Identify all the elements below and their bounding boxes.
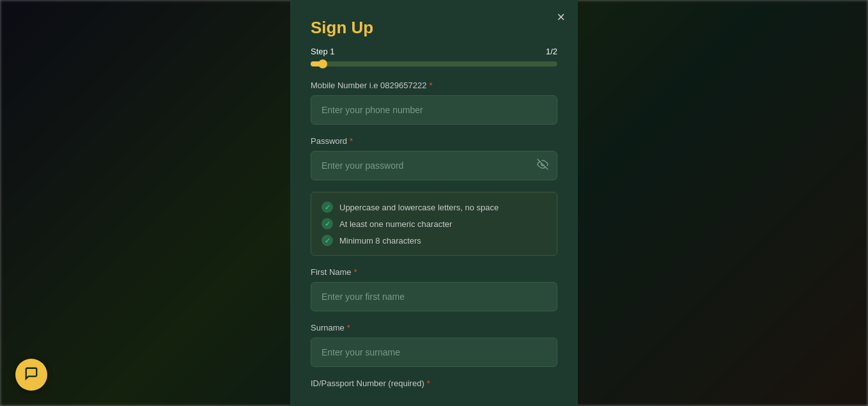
mobile-label: Mobile Number i.e 0829657222 * xyxy=(311,81,557,90)
rule-check-2: ✓ xyxy=(322,218,333,230)
rule-item-3: ✓ Minimum 8 characters xyxy=(322,235,546,246)
chat-fab-icon xyxy=(24,366,38,384)
surname-label: Surname * xyxy=(311,323,557,332)
step-row: Step 1 1/2 xyxy=(311,47,557,56)
mobile-input[interactable] xyxy=(311,95,557,125)
step-label: Step 1 xyxy=(311,47,335,56)
toggle-password-icon[interactable] xyxy=(537,159,548,173)
modal-backdrop: × Sign Up Step 1 1/2 Mobile Number i.e 0… xyxy=(0,0,868,406)
mobile-field-group: Mobile Number i.e 0829657222 * xyxy=(311,81,557,125)
signup-modal: × Sign Up Step 1 1/2 Mobile Number i.e 0… xyxy=(290,0,578,406)
rule-item-1: ✓ Uppercase and lowercase letters, no sp… xyxy=(322,201,546,213)
rule-text-3: Minimum 8 characters xyxy=(339,236,421,246)
firstname-input[interactable] xyxy=(311,282,557,311)
firstname-required-star: * xyxy=(354,267,357,277)
chat-fab-button[interactable] xyxy=(15,359,47,391)
password-input-wrapper xyxy=(311,151,557,180)
password-field-group: Password * xyxy=(311,136,557,180)
progress-bar-track xyxy=(311,61,557,66)
id-required-star: * xyxy=(427,379,430,388)
mobile-input-wrapper xyxy=(311,95,557,125)
password-label: Password * xyxy=(311,136,557,146)
firstname-label: First Name * xyxy=(311,267,557,277)
step-count: 1/2 xyxy=(546,47,557,56)
close-button[interactable]: × xyxy=(557,10,565,24)
surname-required-star: * xyxy=(347,323,350,332)
modal-title: Sign Up xyxy=(311,18,557,38)
rule-check-3: ✓ xyxy=(322,235,333,246)
surname-input[interactable] xyxy=(311,338,557,367)
password-input[interactable] xyxy=(311,151,557,180)
surname-field-group: Surname * xyxy=(311,323,557,367)
rule-check-1: ✓ xyxy=(322,201,333,213)
password-rules-box: ✓ Uppercase and lowercase letters, no sp… xyxy=(311,192,557,256)
firstname-field-group: First Name * xyxy=(311,267,557,311)
id-field-group: ID/Passport Number (required) * xyxy=(311,379,557,388)
firstname-input-wrapper xyxy=(311,282,557,311)
progress-dot xyxy=(318,59,327,68)
mobile-required-star: * xyxy=(429,81,432,90)
surname-input-wrapper xyxy=(311,338,557,367)
id-label: ID/Passport Number (required) * xyxy=(311,379,557,388)
password-required-star: * xyxy=(350,136,353,146)
rule-text-2: At least one numeric character xyxy=(339,219,452,229)
rule-text-1: Uppercase and lowercase letters, no spac… xyxy=(339,203,499,212)
progress-bar-fill xyxy=(311,61,323,66)
rule-item-2: ✓ At least one numeric character xyxy=(322,218,546,230)
